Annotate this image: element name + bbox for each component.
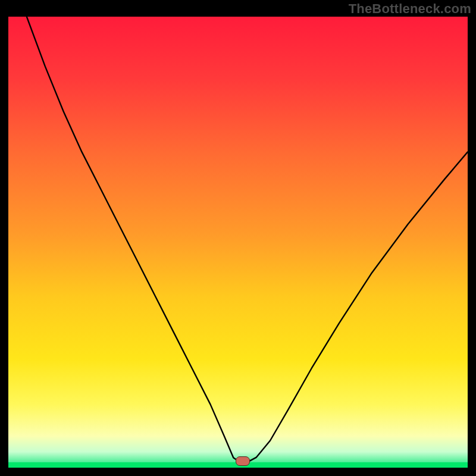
app-frame: TheBottleneck.com <box>0 0 476 476</box>
chart-area <box>8 17 468 468</box>
gradient-background <box>8 17 468 468</box>
watermark-text: TheBottleneck.com <box>349 1 471 17</box>
bottleneck-chart <box>8 17 468 468</box>
optimal-point-marker <box>236 456 250 466</box>
